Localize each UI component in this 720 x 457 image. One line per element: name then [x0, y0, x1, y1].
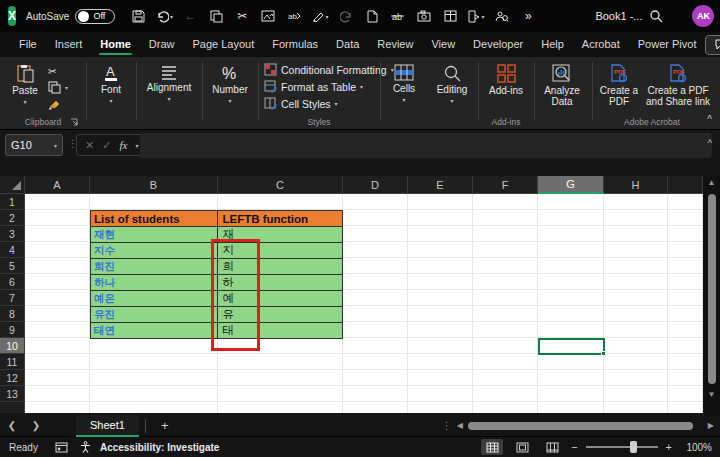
analyze-data-button[interactable]: Analyze Data: [536, 57, 588, 115]
table-icon[interactable]: [439, 5, 461, 27]
macro-record-icon[interactable]: [52, 442, 72, 453]
row-header-1[interactable]: 1: [0, 194, 25, 210]
find-replace-icon[interactable]: ab: [283, 5, 305, 27]
confirm-entry-icon[interactable]: ✓: [102, 139, 111, 152]
vertical-scrollbar[interactable]: ▲ ▼: [703, 176, 720, 415]
add-ins-button[interactable]: Add-ins: [480, 57, 532, 115]
prev-sheet-icon[interactable]: ❮: [0, 420, 24, 431]
zoom-slider-thumb[interactable]: [630, 441, 637, 453]
row-header-7[interactable]: 7: [0, 290, 25, 306]
camera-icon[interactable]: [413, 5, 435, 27]
zoom-out-button[interactable]: −: [571, 441, 577, 453]
normal-view-icon[interactable]: [481, 439, 503, 455]
collapse-ribbon-icon[interactable]: ^: [707, 114, 712, 125]
row-header-6[interactable]: 6: [0, 274, 25, 290]
row-header-10[interactable]: 10: [0, 338, 25, 354]
fill-handle[interactable]: [601, 351, 606, 356]
accessibility-icon[interactable]: [76, 441, 96, 453]
autosave-toggle[interactable]: Off: [75, 9, 115, 24]
horizontal-scroll-thumb[interactable]: [468, 422, 693, 430]
editing-menu-button[interactable]: Editing ▾: [428, 57, 476, 115]
column-header-h[interactable]: H: [604, 176, 668, 194]
row-header-13[interactable]: 13: [0, 386, 25, 402]
row-header-8[interactable]: 8: [0, 306, 25, 322]
save-icon[interactable]: [127, 5, 149, 27]
create-pdf-button[interactable]: PDF Create a PDF: [594, 57, 644, 115]
cell-b3[interactable]: 재현: [91, 227, 218, 243]
column-header-c[interactable]: C: [218, 176, 343, 194]
tab-developer[interactable]: Developer: [464, 33, 532, 56]
cell-b6[interactable]: 하나: [91, 275, 218, 291]
cell-b5[interactable]: 희진: [91, 259, 218, 275]
user-avatar[interactable]: AK: [692, 5, 714, 27]
splitter-handle-icon[interactable]: ⋮: [442, 420, 452, 431]
strikethrough-ab-icon[interactable]: ab: [387, 5, 409, 27]
zoom-slider[interactable]: [586, 446, 658, 448]
insert-function-icon[interactable]: fx: [119, 139, 127, 151]
tab-view[interactable]: View: [422, 33, 464, 56]
cut-icon[interactable]: ✂: [231, 5, 253, 27]
page-break-view-icon[interactable]: [541, 439, 563, 455]
alignment-menu-button[interactable]: Alignment ▾: [138, 57, 200, 115]
cell-b7[interactable]: 예은: [91, 291, 218, 307]
tab-formulas[interactable]: Formulas: [263, 33, 327, 56]
row-header-11[interactable]: 11: [0, 354, 25, 370]
new-file-icon[interactable]: [361, 5, 383, 27]
paste-button[interactable]: Paste ▾: [8, 57, 42, 115]
cell-b8[interactable]: 유진: [91, 307, 218, 323]
comments-button[interactable]: Comments: [705, 35, 720, 55]
pen-icon[interactable]: ▾: [309, 5, 331, 27]
page-layout-view-icon[interactable]: [511, 439, 533, 455]
tab-insert[interactable]: Insert: [46, 33, 92, 56]
name-box[interactable]: G10 ▾: [5, 134, 63, 156]
formula-input[interactable]: [140, 133, 712, 158]
undo-icon[interactable]: ▾: [153, 5, 175, 27]
person-search-icon[interactable]: [491, 5, 513, 27]
row-header-12[interactable]: 12: [0, 370, 25, 386]
column-header-b[interactable]: B: [90, 176, 218, 194]
row-header-3[interactable]: 3: [0, 226, 25, 242]
copy-button[interactable]: ▾: [48, 79, 68, 96]
vertical-scroll-thumb[interactable]: [708, 194, 716, 384]
scroll-up-icon[interactable]: ▲: [708, 176, 716, 190]
search-icon[interactable]: [642, 2, 670, 30]
autosave-control[interactable]: AutoSave Off: [26, 9, 115, 24]
cell-styles-button[interactable]: Cell Styles▾: [264, 95, 394, 112]
row-header-5[interactable]: 5: [0, 258, 25, 274]
tab-draw[interactable]: Draw: [140, 33, 184, 56]
column-header-a[interactable]: A: [25, 176, 90, 194]
tab-power-pivot[interactable]: Power Pivot: [629, 33, 706, 56]
scroll-left-icon[interactable]: ◀: [457, 421, 463, 430]
cell-b9[interactable]: 태연: [91, 323, 218, 339]
row-header-2[interactable]: 2: [0, 210, 25, 226]
cut-button[interactable]: ✂: [48, 62, 68, 79]
tab-data[interactable]: Data: [327, 33, 368, 56]
tab-review[interactable]: Review: [368, 33, 422, 56]
zoom-in-button[interactable]: +: [666, 441, 672, 453]
format-painter-button[interactable]: [48, 96, 68, 113]
cell-b4[interactable]: 지수: [91, 243, 218, 259]
new-sheet-button[interactable]: +: [152, 418, 178, 433]
cells-area[interactable]: List of students LEFTB function 재현 재 지수 …: [25, 194, 703, 413]
name-box-dropdown-icon[interactable]: ▾: [54, 142, 57, 149]
tab-help[interactable]: Help: [532, 33, 573, 56]
column-header-e[interactable]: E: [408, 176, 473, 194]
tab-acrobat[interactable]: Acrobat: [573, 33, 629, 56]
selected-cell-g10[interactable]: [538, 338, 605, 355]
accessibility-status[interactable]: Accessibility: Investigate: [100, 442, 220, 453]
column-header-g[interactable]: G: [538, 176, 604, 194]
picture-paste-icon[interactable]: [257, 5, 279, 27]
font-menu-button[interactable]: A Font ▾: [88, 57, 134, 115]
column-header-partial[interactable]: [668, 176, 703, 194]
row-header-9[interactable]: 9: [0, 322, 25, 338]
cancel-entry-icon[interactable]: ✕: [85, 139, 94, 152]
horizontal-scrollbar[interactable]: ⋮ ◀ ▶: [442, 420, 720, 431]
cells-menu-button[interactable]: Cells ▾: [382, 57, 426, 115]
select-all-corner[interactable]: [0, 176, 25, 194]
number-menu-button[interactable]: % Number ▾: [204, 57, 256, 115]
column-header-f[interactable]: F: [473, 176, 538, 194]
scroll-right-icon[interactable]: ▶: [708, 421, 714, 430]
sheet-tab-sheet1[interactable]: Sheet1: [76, 415, 139, 437]
cell-b2[interactable]: List of students: [91, 211, 218, 227]
export-icon[interactable]: ▾: [465, 5, 487, 27]
